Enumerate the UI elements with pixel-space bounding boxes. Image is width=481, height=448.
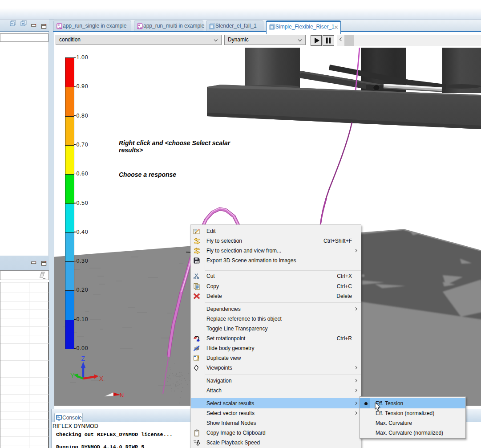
svg-text:Y: Y <box>70 372 75 379</box>
svg-text:X: X <box>99 375 104 382</box>
svg-text:Z: Z <box>81 355 85 362</box>
svg-text:N: N <box>120 392 124 399</box>
